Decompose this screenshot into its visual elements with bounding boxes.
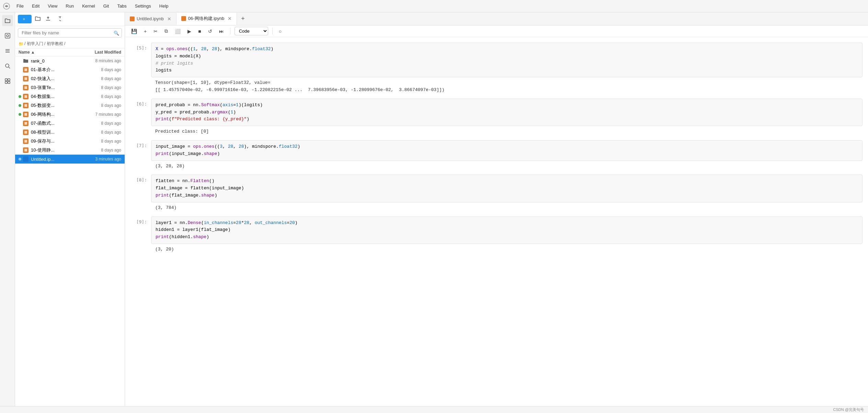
stop-button[interactable]: ■ [196, 27, 203, 35]
list-item[interactable]: 04-数据集... 8 days ago [15, 92, 125, 101]
folder-icon [23, 58, 29, 64]
file-time: 8 days ago [83, 94, 121, 99]
search-icon: 🔍 [114, 30, 119, 35]
notebook-file-icon [23, 85, 29, 91]
cell-content: X = ops.ones((1, 28, 28), mindspore.floa… [151, 43, 863, 96]
add-cell-button[interactable]: + [142, 27, 149, 35]
modified-dot [19, 113, 21, 116]
menu-view[interactable]: View [44, 2, 61, 10]
file-time: 7 minutes ago [83, 112, 121, 117]
cut-button[interactable]: ✂ [151, 27, 160, 35]
cell-input[interactable]: layer1 = nn.Dense(in_channels=28*28, out… [151, 216, 863, 244]
notebook-file-icon [23, 102, 29, 109]
cell-type-select[interactable]: Code Markdown Raw [235, 27, 268, 35]
add-tab-button[interactable]: + [237, 12, 249, 25]
svg-rect-10 [5, 81, 7, 83]
list-item[interactable]: 02-快速入... 8 days ago [15, 74, 125, 83]
file-time: 8 days ago [83, 130, 121, 135]
sidebar-search-btn[interactable] [2, 60, 13, 71]
file-name: 01-基本介... [31, 67, 83, 73]
menu-settings[interactable]: Settings [132, 2, 155, 10]
sort-modified-header[interactable]: Last Modified [80, 50, 121, 55]
file-name: 08-模型训... [31, 129, 83, 135]
cell-output: Tensor(shape=[1, 10], dtype=Float32, val… [151, 77, 863, 96]
new-folder-button[interactable] [34, 14, 42, 24]
notebook-file-icon [23, 156, 29, 162]
file-time: 8 days ago [83, 103, 121, 108]
sidebar-folder-btn[interactable] [2, 15, 13, 26]
fast-forward-button[interactable]: ⏭ [217, 27, 226, 35]
list-item[interactable]: 07-函数式... 8 days ago [15, 119, 125, 128]
list-item[interactable]: 01-基本介... 8 days ago [15, 65, 125, 74]
list-item[interactable]: 10-使用静... 8 days ago [15, 146, 125, 155]
cell-input[interactable]: input_image = ops.ones((3, 28, 28), mind… [151, 140, 863, 161]
sidebar-upload-btn[interactable] [2, 30, 13, 41]
file-time: 8 minutes ago [83, 58, 121, 63]
cell-input[interactable]: flatten = nn.Flatten() flat_image = flat… [151, 175, 863, 202]
toolbar-divider [272, 28, 273, 35]
paste-button[interactable]: ⬜ [173, 27, 183, 35]
svg-rect-9 [8, 79, 10, 81]
menu-edit[interactable]: Edit [28, 2, 43, 10]
svg-rect-1 [5, 33, 10, 38]
file-name: 09-保存与... [31, 138, 83, 144]
cell-6[interactable]: [6]: pred_probab = nn.Softmax(axis=1)(lo… [125, 99, 868, 137]
notebook-file-icon [23, 129, 29, 135]
menu-help[interactable]: Help [156, 2, 172, 10]
file-time: 8 days ago [83, 139, 121, 144]
save-button[interactable]: 💾 [129, 27, 139, 35]
file-name: 03-张量Te... [31, 85, 83, 91]
run-cell-button[interactable]: ▶ [185, 27, 193, 35]
upload-button[interactable] [44, 14, 52, 24]
list-item[interactable]: 03-张量Te... 8 days ago [15, 83, 125, 92]
search-input[interactable] [18, 28, 122, 37]
sort-name-header[interactable]: Name ▲ [19, 50, 80, 55]
cell-number: [7]: [130, 140, 151, 172]
modified-dot [19, 104, 21, 107]
file-toolbar: + [15, 12, 125, 26]
folder-breadcrumb-icon: 📁 [19, 42, 24, 46]
cell-number: [5]: [130, 43, 151, 96]
restart-button[interactable]: ↺ [206, 27, 214, 35]
cell-8[interactable]: [8]: flatten = nn.Flatten() flat_image =… [125, 175, 868, 213]
svg-rect-11 [8, 81, 10, 83]
new-file-button[interactable]: + [18, 15, 32, 23]
tab-close-button[interactable]: ✕ [167, 16, 171, 22]
cell-output: (3, 28, 28) [151, 161, 863, 172]
menu-kernel[interactable]: Kernel [79, 2, 99, 10]
tab-untitled[interactable]: Untitled.ipynb ✕ [125, 13, 176, 24]
list-item[interactable]: 05-数据变... 8 days ago [15, 101, 125, 110]
file-time: 8 days ago [83, 121, 121, 126]
modified-dot [19, 158, 21, 160]
file-time: 8 days ago [83, 67, 121, 72]
sidebar-extension-btn[interactable] [2, 76, 13, 87]
menu-run[interactable]: Run [62, 2, 77, 10]
list-item[interactable]: 06-网络构... 7 minutes ago [15, 110, 125, 119]
plus-icon: + [23, 16, 25, 22]
list-item[interactable]: 08-模型训... 8 days ago [15, 128, 125, 137]
tab-close-button[interactable]: ✕ [228, 16, 232, 21]
notebook-file-icon [23, 138, 29, 144]
search-container: 🔍 [15, 26, 125, 40]
cell-7[interactable]: [7]: input_image = ops.ones((3, 28, 28),… [125, 140, 868, 172]
cell-5[interactable]: [5]: X = ops.ones((1, 28, 28), mindspore… [125, 43, 868, 96]
list-item[interactable]: Untitled.ip... 3 minutes ago [15, 155, 125, 164]
cell-input[interactable]: X = ops.ones((1, 28, 28), mindspore.floa… [151, 43, 863, 77]
sidebar-list-btn[interactable] [2, 45, 13, 56]
copy-button[interactable]: ⧉ [162, 27, 170, 35]
menu-tabs[interactable]: Tabs [114, 2, 130, 10]
kernel-status-button[interactable]: ○ [277, 27, 284, 35]
menu-file[interactable]: File [13, 2, 27, 10]
cell-area: [5]: X = ops.ones((1, 28, 28), mindspore… [125, 37, 868, 406]
list-item[interactable]: 09-保存与... 8 days ago [15, 137, 125, 146]
cell-input[interactable]: pred_probab = nn.Softmax(axis=1)(logits)… [151, 99, 863, 126]
menu-git[interactable]: Git [100, 2, 113, 10]
svg-point-6 [5, 64, 9, 67]
cell-9[interactable]: [9]: layer1 = nn.Dense(in_channels=28*28… [125, 216, 868, 255]
svg-rect-8 [5, 79, 7, 81]
tab-network[interactable]: 06-网络构建.ipynb ✕ [176, 13, 237, 25]
list-item[interactable]: rank_0 8 minutes ago [15, 56, 125, 65]
cell-output: Predicted class: [0] [151, 126, 863, 137]
file-list: rank_0 8 minutes ago 01-基本介... 8 days ag… [15, 56, 125, 406]
refresh-button[interactable] [54, 14, 62, 24]
